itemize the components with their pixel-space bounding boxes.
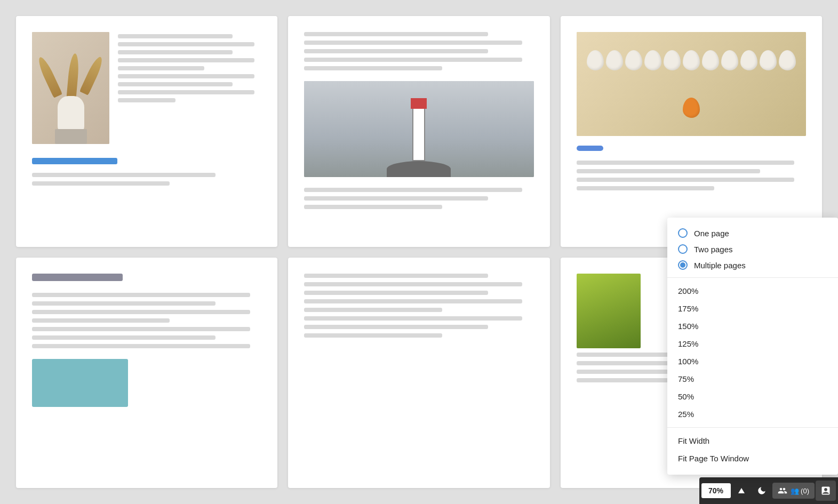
text-line	[118, 74, 254, 78]
option-two-pages[interactable]: Two pages	[667, 241, 838, 257]
doc-page-2	[288, 16, 549, 247]
text-line	[32, 173, 216, 177]
zoom-125[interactable]: 125%	[667, 335, 838, 353]
gray-bar	[32, 274, 123, 281]
divider-2	[667, 427, 838, 428]
egg	[779, 50, 796, 70]
divider-1	[667, 277, 838, 278]
blue-bar	[32, 158, 117, 164]
egg	[683, 50, 700, 70]
page6-photo	[577, 274, 641, 348]
radio-two-pages	[678, 244, 688, 254]
doc-page-4	[16, 258, 277, 489]
text-line	[304, 308, 442, 312]
text-line	[304, 282, 522, 286]
option-multiple-pages-label: Multiple pages	[694, 261, 746, 270]
text-line	[118, 58, 254, 62]
text-line	[32, 310, 250, 314]
page3-photo	[577, 32, 806, 136]
text-line	[304, 49, 488, 53]
zoom-75[interactable]: 75%	[667, 370, 838, 388]
text-line	[304, 205, 442, 209]
bottom-toolbar: 70% 👥 (0)	[699, 477, 839, 504]
radio-one-page	[678, 228, 688, 238]
text-line	[304, 291, 488, 295]
text-line	[32, 293, 250, 297]
text-line	[577, 169, 760, 173]
text-line	[32, 335, 216, 340]
egg	[606, 50, 623, 70]
egg	[587, 50, 604, 70]
text-line	[577, 178, 795, 182]
text-line	[304, 325, 488, 329]
text-line	[304, 299, 522, 303]
text-line	[32, 181, 170, 186]
text-line	[32, 327, 250, 331]
text-line	[304, 41, 522, 45]
text-line	[118, 50, 233, 54]
option-multiple-pages[interactable]: Multiple pages	[667, 257, 838, 273]
page2-photo	[304, 81, 533, 177]
view-zoom-dropdown: One page Two pages Multiple pages 200% 1…	[667, 218, 838, 475]
egg	[702, 50, 719, 70]
egg	[625, 50, 642, 70]
teal-image	[32, 359, 128, 407]
egg	[664, 50, 681, 70]
users-count: 👥 (0)	[791, 487, 810, 495]
option-one-page[interactable]: One page	[667, 225, 838, 241]
text-line	[304, 196, 488, 201]
egg	[740, 50, 757, 70]
zoom-175[interactable]: 175%	[667, 300, 838, 317]
users-button[interactable]: 👥 (0)	[772, 483, 815, 499]
text-line	[118, 82, 233, 86]
egg	[721, 50, 738, 70]
view-mode-button[interactable]	[816, 481, 836, 501]
page1-photo	[32, 32, 109, 144]
text-line	[118, 98, 175, 102]
doc-page-3	[561, 16, 822, 247]
egg-orange	[683, 98, 700, 118]
text-line	[118, 34, 233, 38]
text-line	[304, 66, 442, 70]
svg-marker-0	[738, 488, 745, 493]
fit-width[interactable]: Fit Width	[667, 432, 838, 450]
text-line	[304, 333, 442, 338]
fit-page-to-window[interactable]: Fit Page To Window	[667, 450, 838, 467]
option-one-page-label: One page	[694, 229, 729, 238]
text-line	[304, 188, 522, 192]
zoom-50[interactable]: 50%	[667, 388, 838, 405]
egg	[760, 50, 777, 70]
zoom-100[interactable]: 100%	[667, 353, 838, 370]
text-line	[32, 344, 250, 348]
text-line	[577, 186, 714, 190]
zoom-200[interactable]: 200%	[667, 282, 838, 300]
egg	[644, 50, 661, 70]
text-line	[118, 90, 254, 94]
text-line	[32, 318, 170, 323]
option-two-pages-label: Two pages	[694, 245, 733, 254]
night-mode-button[interactable]	[752, 481, 771, 500]
text-line	[118, 42, 254, 46]
zoom-25[interactable]: 25%	[667, 405, 838, 423]
text-line	[577, 161, 795, 165]
zoom-level-display[interactable]: 70%	[701, 483, 731, 498]
text-line	[32, 301, 216, 306]
zoom-up-button[interactable]	[732, 481, 751, 500]
text-line	[304, 274, 488, 278]
doc-page-5	[288, 258, 549, 489]
doc-page-1	[16, 16, 277, 247]
zoom-150[interactable]: 150%	[667, 317, 838, 335]
radio-multiple-pages	[678, 260, 688, 270]
text-line	[304, 58, 522, 62]
text-line	[118, 66, 204, 70]
text-line	[304, 32, 488, 36]
text-line	[304, 316, 522, 321]
